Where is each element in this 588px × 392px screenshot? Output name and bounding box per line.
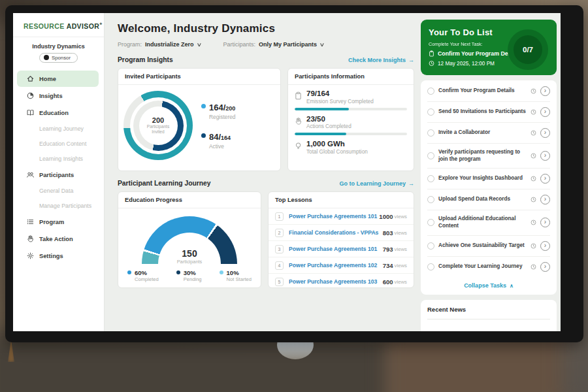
task-row[interactable]: Confirm Your Program Details › bbox=[427, 81, 550, 102]
clock-icon bbox=[531, 220, 536, 225]
task-open-chevron[interactable]: › bbox=[540, 86, 550, 96]
task-checkbox[interactable] bbox=[427, 242, 434, 250]
task-open-chevron[interactable]: › bbox=[540, 128, 550, 138]
task-open-chevron[interactable]: › bbox=[540, 262, 550, 272]
task-row[interactable]: Achieve One Sustainability Target › bbox=[427, 236, 550, 257]
lesson-rank: 4 bbox=[275, 261, 284, 270]
participants-filter[interactable]: Participants: Only My Participants ∨ bbox=[223, 41, 323, 48]
task-row[interactable]: Complete Your Learning Journey › bbox=[427, 257, 550, 277]
learning-journey-title: Participant Learning Journey bbox=[118, 180, 210, 187]
task-checkbox[interactable] bbox=[427, 129, 434, 137]
task-open-chevron[interactable]: › bbox=[540, 151, 550, 161]
task-checkbox[interactable] bbox=[427, 219, 434, 226]
education-icon bbox=[26, 108, 35, 117]
program-filter[interactable]: Program: Industrialize Zero ∨ bbox=[118, 41, 201, 48]
collapse-tasks-link[interactable]: Collapse Tasks∧ bbox=[427, 277, 550, 293]
sponsor-badge[interactable]: Sponsor bbox=[39, 53, 78, 63]
sidebar-item-label: Learning Insights bbox=[39, 155, 83, 162]
legend-label: Not Started bbox=[227, 276, 252, 282]
sidebar-item-learning-journey[interactable]: Learning Journey bbox=[17, 122, 99, 136]
invited-participants-card-title: Invited Participants bbox=[118, 69, 280, 85]
todo-progress-ring: 0/7 bbox=[508, 29, 548, 70]
task-row[interactable]: Upload Additional Educational Content › bbox=[427, 210, 550, 235]
recent-news-title: Recent News bbox=[427, 306, 550, 313]
legend-dot-registered bbox=[201, 104, 206, 108]
clock-icon bbox=[531, 130, 536, 136]
task-row[interactable]: Upload Spend Data Records › bbox=[427, 189, 550, 210]
lesson-row: 3 Power Purchase Agreements 101 793views bbox=[269, 241, 414, 257]
sidebar-item-learning-insights[interactable]: Learning Insights bbox=[17, 152, 99, 166]
task-checkbox[interactable] bbox=[427, 263, 434, 270]
main-content: Welcome, Industry Dynamics Program: Indu… bbox=[105, 13, 421, 331]
task-row[interactable]: Invite a Collaborator › bbox=[427, 123, 550, 144]
donut-center-label: Participants Invited bbox=[142, 124, 174, 135]
photo-background: RESOURCE ADVISOR+ Industry Dynamics Spon… bbox=[0, 0, 588, 392]
task-open-chevron[interactable]: › bbox=[540, 218, 550, 227]
participants-filter-value: Only My Participants bbox=[259, 41, 317, 48]
task-open-chevron[interactable]: › bbox=[540, 107, 550, 117]
check-more-insights-link[interactable]: Check More Insights→ bbox=[348, 57, 414, 63]
donut-legend: 164/200 Registered 84/164 Active bbox=[201, 101, 236, 150]
sidebar-item-label: Learning Journey bbox=[39, 125, 84, 132]
sidebar-item-label: Home bbox=[39, 76, 56, 82]
task-label: Explore Your Insights Dashboard bbox=[438, 175, 527, 182]
chevron-down-icon: ∨ bbox=[196, 42, 202, 48]
clock-icon bbox=[531, 109, 536, 115]
lesson-link[interactable]: Power Purchase Agreements 102 bbox=[289, 262, 383, 269]
task-checkbox[interactable] bbox=[427, 88, 434, 95]
task-row[interactable]: Send 50 Invitations to Participants › bbox=[427, 102, 550, 123]
legend-registered: 164/200 Registered bbox=[201, 101, 236, 120]
sidebar-item-program[interactable]: Program bbox=[17, 214, 99, 230]
program-list-icon bbox=[26, 218, 35, 226]
hand-icon bbox=[295, 116, 302, 125]
go-to-learning-journey-link[interactable]: Go to Learning Journey→ bbox=[339, 180, 414, 187]
collapse-tasks-label: Collapse Tasks bbox=[464, 282, 506, 289]
task-row[interactable]: Verify participants requesting to join t… bbox=[427, 144, 550, 169]
legend-label: Pending bbox=[184, 276, 202, 282]
invited-donut-inner-ring: 200 Participants Invited bbox=[133, 101, 184, 151]
lesson-link[interactable]: Power Purchase Agreements 101 bbox=[289, 213, 379, 220]
sidebar-item-general-data[interactable]: General Data bbox=[17, 184, 99, 198]
top-lessons-card: Top Lessons 1 Power Purchase Agreements … bbox=[268, 191, 414, 288]
lesson-link[interactable]: Power Purchase Agreements 101 bbox=[289, 246, 383, 252]
stat-emission-survey: 79/164 Emission Survey Completed bbox=[295, 90, 407, 110]
task-open-chevron[interactable]: › bbox=[540, 195, 550, 204]
clipboard-icon bbox=[295, 91, 302, 99]
task-label: Send 50 Invitations to Participants bbox=[438, 108, 527, 116]
sidebar-item-label: Program bbox=[39, 219, 64, 225]
education-progress-card: Education Progress 150 Participants bbox=[118, 191, 261, 288]
donut-center-value: 200 bbox=[152, 116, 164, 124]
lesson-rank: 1 bbox=[275, 212, 284, 221]
task-open-chevron[interactable]: › bbox=[540, 174, 550, 184]
task-checkbox[interactable] bbox=[427, 196, 434, 203]
legend-completed: 60% Completed bbox=[127, 269, 159, 282]
sidebar-item-label: Insights bbox=[39, 93, 63, 99]
task-checkbox[interactable] bbox=[427, 175, 434, 182]
lesson-link[interactable]: Financial Considerations - VPPAs bbox=[289, 229, 383, 236]
sidebar-item-take-action[interactable]: Take Action bbox=[17, 231, 99, 247]
task-checkbox[interactable] bbox=[427, 152, 434, 159]
clock-icon bbox=[429, 60, 434, 67]
sidebar-item-participants[interactable]: Participants bbox=[17, 167, 99, 183]
sidebar-item-home[interactable]: Home bbox=[17, 71, 99, 87]
lesson-link[interactable]: Power Purchase Agreements 103 bbox=[289, 278, 383, 285]
gear-icon bbox=[26, 252, 35, 260]
stat-label: Actions Completed bbox=[306, 123, 351, 129]
legend-value: 10% bbox=[227, 269, 252, 276]
sidebar-item-label: Take Action bbox=[39, 236, 73, 242]
task-row[interactable]: Explore Your Insights Dashboard › bbox=[427, 169, 550, 189]
program-insights-header: Program Insights Check More Insights→ bbox=[118, 56, 414, 63]
sidebar-item-education-content[interactable]: Education Content bbox=[17, 137, 99, 151]
sidebar-item-education[interactable]: Education bbox=[17, 105, 99, 121]
chevron-down-icon: ∨ bbox=[319, 42, 325, 48]
views-suffix: views bbox=[395, 279, 408, 285]
task-open-chevron[interactable]: › bbox=[540, 241, 550, 251]
learning-journey-header: Participant Learning Journey Go to Learn… bbox=[118, 180, 414, 187]
sidebar-item-insights[interactable]: Insights bbox=[17, 88, 99, 104]
sidebar-item-label: Education bbox=[39, 110, 69, 116]
clock-icon bbox=[531, 176, 536, 182]
task-checkbox[interactable] bbox=[427, 108, 434, 116]
sidebar-item-settings[interactable]: Settings bbox=[17, 248, 99, 264]
sidebar-item-manage-participants[interactable]: Manage Participants bbox=[17, 199, 99, 213]
education-gauge-chart: 150 Participants bbox=[142, 216, 237, 265]
